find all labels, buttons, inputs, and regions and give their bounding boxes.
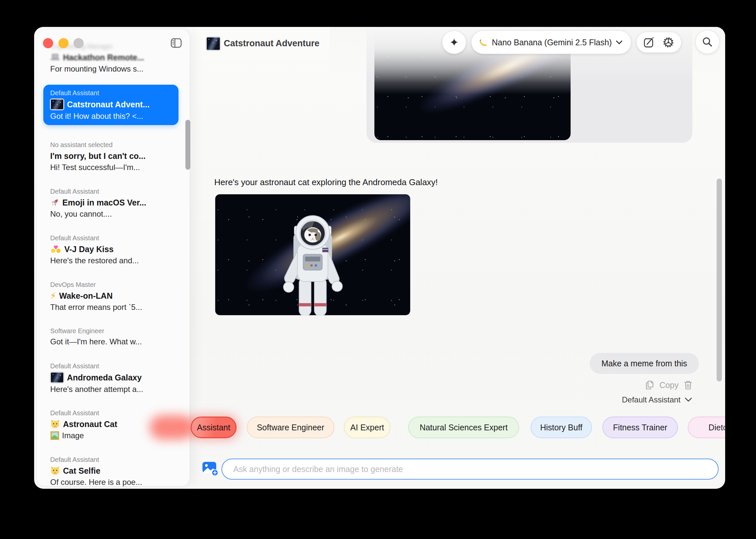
add-image-button[interactable] bbox=[202, 461, 219, 476]
cat-icon bbox=[50, 466, 60, 475]
chat-preview: Image bbox=[62, 431, 84, 440]
rocket-icon bbox=[50, 198, 59, 207]
list-item[interactable]: Software Engineer Got it—I'm here. What … bbox=[43, 323, 178, 350]
assistant-chip-natural-sciences[interactable]: Natural Sciences Expert bbox=[408, 417, 519, 438]
chip-motion-blur bbox=[150, 415, 194, 439]
assistant-chip-ai-expert[interactable]: AI Expert bbox=[344, 417, 390, 438]
model-label: Nano Banana (Gemini 2.5 Flash) bbox=[492, 38, 612, 47]
chat-preview: For mounting Windows s... bbox=[50, 64, 178, 74]
chat-title: I'm sorry, but I can't co... bbox=[50, 151, 146, 161]
screen: Engineering Manager Hackathon Remote... … bbox=[0, 0, 756, 539]
framed-picture-icon bbox=[50, 431, 59, 440]
heart-icon: ♥ bbox=[53, 242, 58, 253]
assistant-menu[interactable]: Default Assistant bbox=[592, 395, 692, 404]
chat-thumbnail bbox=[206, 37, 221, 50]
chip-label: Assistant bbox=[197, 423, 230, 432]
chat-preview: Got it—I'm here. What w... bbox=[50, 337, 178, 346]
assistant-label: Software Engineer bbox=[50, 327, 178, 335]
message-actions: Copy bbox=[592, 380, 692, 390]
sidebar-scrollbar[interactable] bbox=[185, 120, 190, 170]
assistant-label: No assistant selected bbox=[50, 140, 178, 149]
galaxy-thumbnail bbox=[50, 372, 64, 383]
chat-preview: That error means port `5... bbox=[50, 302, 178, 312]
chat-title: Wake-on-LAN bbox=[59, 290, 112, 301]
assistant-label: Default Assistant bbox=[50, 455, 178, 464]
assistant-menu-label: Default Assistant bbox=[622, 395, 680, 404]
chip-label: History Buff bbox=[540, 423, 583, 432]
chat-title: Hackathon Remote... bbox=[63, 52, 144, 63]
assistant-label: Default Assistant bbox=[50, 234, 178, 242]
compose-icon[interactable] bbox=[643, 37, 655, 48]
chat-title: Andromeda Galaxy bbox=[67, 372, 142, 383]
list-item[interactable]: DevOps Master ⚡ Wake-on-LAN That error m… bbox=[43, 276, 178, 316]
window-close-button[interactable] bbox=[43, 38, 53, 48]
list-item[interactable]: Default Assistant Cat Selfie Of course. … bbox=[43, 451, 178, 489]
list-item-selected[interactable]: Default Assistant Catstronaut Advent... … bbox=[43, 85, 178, 125]
chat-preview: Here's the restored and... bbox=[50, 256, 178, 266]
sparkle-button[interactable]: ✦ bbox=[442, 31, 466, 54]
assistant-label: Default Assistant bbox=[50, 362, 178, 370]
model-selector[interactable]: Nano Banana (Gemini 2.5 Flash) bbox=[471, 31, 631, 54]
window-zoom-button[interactable] bbox=[74, 38, 84, 48]
chat-preview: Got it! How about this? <... bbox=[50, 111, 178, 121]
assistant-chip-software-engineer[interactable]: Software Engineer bbox=[247, 417, 334, 438]
assistant-chip-default[interactable]: Assistant bbox=[191, 417, 237, 438]
assistant-label: Default Assistant bbox=[50, 89, 178, 97]
chat-title: Emoji in macOS Ver... bbox=[62, 197, 146, 208]
chip-label: Software Engineer bbox=[257, 423, 324, 432]
search-button[interactable] bbox=[696, 31, 719, 53]
page-title: Catstronaut Adventure bbox=[224, 38, 319, 48]
app-window: Engineering Manager Hackathon Remote... … bbox=[34, 27, 725, 489]
assistant-chip-dietolog[interactable]: Dietolog bbox=[688, 417, 725, 438]
search-icon bbox=[702, 37, 713, 47]
chip-label: Fitness Trainer bbox=[613, 423, 667, 432]
couple-kiss-icon: ♥ bbox=[50, 244, 61, 254]
assistant-label: DevOps Master bbox=[50, 280, 178, 289]
assistant-chip-fitness-trainer[interactable]: Fitness Trainer bbox=[602, 417, 678, 438]
copy-button[interactable]: Copy bbox=[659, 380, 679, 390]
toolbar-actions bbox=[637, 32, 681, 52]
chat-title: Catstronaut Advent... bbox=[67, 99, 150, 110]
main-scrollbar[interactable] bbox=[717, 179, 722, 381]
chat-title: Cat Selfie bbox=[63, 465, 101, 476]
list-item[interactable]: Default Assistant ♥ V-J Day Kiss Here's … bbox=[43, 230, 178, 270]
assistant-label: Default Assistant bbox=[50, 187, 178, 195]
chevron-down-icon bbox=[616, 40, 623, 45]
list-item[interactable]: No assistant selected I'm sorry, but I c… bbox=[43, 136, 178, 176]
chat-preview: No, you cannot.... bbox=[50, 209, 178, 219]
message-input[interactable] bbox=[222, 459, 719, 480]
suggestion-label: Make a meme from this bbox=[601, 359, 687, 368]
chat-preview: Hi! Test successful—I'm... bbox=[50, 163, 178, 172]
assistant-chip-history-buff[interactable]: History Buff bbox=[530, 417, 592, 438]
window-minimize-button[interactable] bbox=[58, 38, 69, 48]
sidebar-toggle-icon[interactable] bbox=[171, 38, 182, 48]
chat-preview: Of course. Here is a poe... bbox=[50, 477, 178, 487]
laptop-icon bbox=[50, 53, 60, 62]
chip-label: Dietolog bbox=[709, 423, 725, 432]
astronaut-cat-figure bbox=[273, 214, 353, 315]
chevron-down-icon bbox=[684, 397, 692, 403]
assistant-message-text: Here's your astronaut cat exploring the … bbox=[214, 177, 438, 188]
banana-icon bbox=[479, 38, 488, 46]
trash-icon[interactable] bbox=[684, 380, 692, 390]
astronaut-cat-image[interactable] bbox=[215, 194, 410, 315]
list-item[interactable]: Default Assistant Andromeda Galaxy Here'… bbox=[43, 358, 178, 398]
suggestion-button[interactable]: Make a meme from this bbox=[590, 353, 699, 374]
lightning-icon: ⚡ bbox=[50, 290, 56, 301]
chip-label: AI Expert bbox=[350, 423, 384, 432]
list-item[interactable]: Default Assistant Emoji in macOS Ver... … bbox=[43, 183, 178, 223]
chat-title: V-J Day Kiss bbox=[64, 244, 113, 255]
assistant-label: Engineering Manager bbox=[50, 42, 178, 50]
chip-label: Natural Sciences Expert bbox=[420, 423, 508, 432]
chat-title: Astronaut Cat bbox=[63, 419, 117, 429]
copy-icon[interactable] bbox=[645, 380, 654, 390]
gear-icon[interactable] bbox=[662, 36, 675, 48]
cat-icon bbox=[50, 420, 60, 429]
chat-preview: Here's another attempt a... bbox=[50, 384, 178, 394]
galaxy-thumbnail bbox=[50, 99, 64, 110]
sparkle-icon: ✦ bbox=[449, 36, 459, 49]
